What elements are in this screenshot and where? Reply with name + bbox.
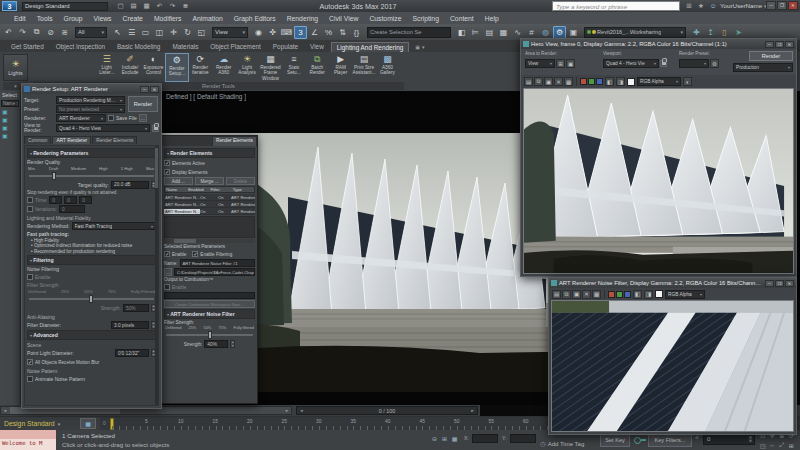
import-link-icon[interactable]: ↥ bbox=[704, 26, 717, 39]
substitute-icon[interactable]: ▯ bbox=[718, 26, 731, 39]
point-light-diameter-field[interactable]: 0'0 12/32" bbox=[115, 349, 149, 357]
alpha-channel-icon[interactable]: ◧ bbox=[605, 77, 614, 86]
chevron-down-icon[interactable]: ▾ bbox=[422, 44, 425, 50]
spinner-snap-icon[interactable]: ⇅ bbox=[336, 26, 349, 39]
ribbon-tab[interactable]: Object Placement bbox=[205, 42, 265, 52]
lock-view-icon[interactable] bbox=[152, 125, 159, 132]
redo-small-icon[interactable]: ↷ bbox=[167, 2, 178, 11]
workspace-dropdown[interactable]: Design Standard bbox=[22, 2, 108, 11]
select-move-icon[interactable]: ✛ bbox=[167, 26, 180, 39]
print-size-assistant-button[interactable]: ▤ Print Size Assistant... bbox=[352, 53, 375, 82]
display-elements-checkbox[interactable] bbox=[164, 169, 170, 175]
strength-field[interactable]: 50% bbox=[123, 304, 149, 312]
iterations-field[interactable]: 0 bbox=[59, 205, 85, 213]
edit-named-selections-icon[interactable]: {} bbox=[350, 26, 363, 39]
snaps-toggle-icon[interactable]: 3 bbox=[294, 26, 307, 39]
auto-region-icon[interactable]: ▣ bbox=[566, 59, 575, 68]
background-color-swatch[interactable] bbox=[627, 78, 635, 86]
schematic-view-icon[interactable]: # bbox=[525, 26, 538, 39]
menu-item[interactable]: Scripting bbox=[412, 15, 438, 22]
rollout-rendering-parameters[interactable]: Rendering Parameters bbox=[27, 148, 156, 158]
previous-key-icon[interactable]: « bbox=[695, 434, 699, 441]
noise-strength-field[interactable]: 40% bbox=[204, 340, 228, 348]
rendered-frame-icon[interactable]: ▣ bbox=[567, 26, 580, 39]
coord-x-field[interactable] bbox=[472, 434, 498, 443]
save-file-icon[interactable]: ▦ bbox=[141, 2, 152, 11]
viewport-dropdown[interactable]: Quad 4 - Hero Vie bbox=[603, 59, 659, 68]
close-button[interactable]: ✕ bbox=[785, 41, 794, 48]
render-mode-dropdown[interactable]: Production bbox=[733, 63, 793, 72]
menu-item[interactable]: Help bbox=[485, 15, 499, 22]
material-editor-icon[interactable]: ◍ bbox=[539, 26, 552, 39]
monochrome-icon[interactable]: ◨ bbox=[644, 290, 653, 299]
menu-item[interactable]: Content bbox=[450, 15, 474, 22]
menu-item[interactable]: Edit bbox=[14, 15, 26, 22]
clear-image-icon[interactable]: ✕ bbox=[554, 77, 563, 86]
menu-item[interactable]: Rendering bbox=[287, 15, 318, 22]
key-icon[interactable] bbox=[634, 436, 646, 444]
target-dropdown[interactable]: Production Rendering Mode bbox=[56, 96, 125, 104]
dialog-title-bar[interactable]: Render Setup: ART Renderer ─✕ bbox=[22, 84, 161, 94]
element-row[interactable]: ART Renderer N...On OnART Rendere... bbox=[164, 201, 255, 208]
angle-snap-icon[interactable]: ∠ bbox=[308, 26, 321, 39]
create-combustion-workspace-button[interactable]: Create Combustion Workspace Now ... bbox=[164, 300, 255, 308]
new-scene-icon[interactable]: ▢ bbox=[115, 2, 126, 11]
zoom-all-icon[interactable]: ⤢ bbox=[777, 441, 787, 450]
maximize-button[interactable]: ❐ bbox=[775, 280, 784, 287]
clear-image-icon[interactable]: ✕ bbox=[582, 290, 591, 299]
time-slider[interactable]: ◄ 0 / 100 ► bbox=[296, 406, 478, 415]
view-to-render-dropdown[interactable]: Quad 4 - Hero View bbox=[56, 124, 150, 132]
selection-filter-dropdown[interactable]: All bbox=[75, 27, 107, 38]
menu-item[interactable]: Modifiers bbox=[154, 15, 182, 22]
time-field[interactable]: 0 bbox=[79, 196, 92, 204]
batch-render-button[interactable]: ⧉ Batch Render bbox=[306, 53, 329, 82]
bind-to-spacewarp-icon[interactable]: ≋ bbox=[58, 26, 71, 39]
percent-snap-icon[interactable]: % bbox=[322, 26, 335, 39]
render-setup-icon[interactable]: ⚙ bbox=[553, 26, 566, 39]
search-input[interactable] bbox=[552, 1, 680, 11]
add-element-button[interactable]: Add ... bbox=[164, 177, 193, 185]
quality-slider[interactable] bbox=[29, 175, 154, 177]
merge-element-button[interactable]: Merge ... bbox=[195, 177, 224, 185]
iterations-checkbox[interactable] bbox=[27, 206, 33, 212]
green-channel-icon[interactable] bbox=[588, 78, 595, 85]
target-quality-field[interactable]: 20.0 dB bbox=[111, 181, 149, 189]
combustion-enable-checkbox[interactable] bbox=[164, 284, 170, 290]
unlink-selection-icon[interactable]: ⊘ bbox=[44, 26, 57, 39]
render-setup-button[interactable]: ⚙ Render Setup... bbox=[165, 53, 188, 82]
print-image-icon[interactable]: ▣ bbox=[572, 290, 581, 299]
3dsmax-logo-icon[interactable]: 3 bbox=[2, 1, 17, 11]
next-frame-icon[interactable]: ► bbox=[468, 408, 477, 413]
close-button[interactable]: ✕ bbox=[150, 86, 159, 93]
maximize-viewport-icon[interactable]: ⊞ bbox=[787, 441, 797, 450]
rollout-filtering[interactable]: Filtering bbox=[27, 255, 156, 265]
include-exclude-button[interactable]: ✐ Include/ Exclude bbox=[118, 53, 141, 82]
enable-filtering-checkbox[interactable] bbox=[192, 251, 198, 257]
ribbon-tab[interactable]: Lighting And Rendering bbox=[331, 42, 409, 52]
scene-explorer-item[interactable]: ▣ bbox=[0, 132, 20, 140]
element-row[interactable]: ART Renderer N...On OnART Rendere... bbox=[164, 208, 255, 215]
close-button[interactable]: ✕ bbox=[785, 280, 794, 287]
gamma-icon[interactable]: ◐ bbox=[683, 77, 692, 86]
close-button[interactable]: ✕ bbox=[788, 1, 798, 10]
window-crossing-icon[interactable]: ◫ bbox=[153, 26, 166, 39]
apps-icon[interactable]: ⊞ bbox=[684, 1, 694, 10]
light-lister-button[interactable]: ☰ Light Lister... bbox=[95, 53, 118, 82]
layer-manager-icon[interactable]: ▤ bbox=[483, 26, 496, 39]
element-enable-checkbox[interactable] bbox=[164, 251, 170, 257]
scroll-right-icon[interactable]: ► bbox=[283, 407, 291, 414]
time-field[interactable]: 0 bbox=[64, 196, 77, 204]
menu-item[interactable]: Group bbox=[64, 15, 83, 22]
element-row[interactable]: ART Renderer N...On OnART Rendere... bbox=[164, 194, 255, 201]
menu-item[interactable]: Tools bbox=[37, 15, 53, 22]
scene-explorer-item[interactable]: ▣ bbox=[0, 116, 20, 124]
minimize-button[interactable]: ─ bbox=[765, 41, 774, 48]
asset-tracking-icon[interactable]: ✚ bbox=[690, 26, 703, 39]
delete-element-button[interactable]: Delete bbox=[226, 177, 255, 185]
menu-item[interactable]: Graph Editors bbox=[234, 15, 276, 22]
ribbon-tab[interactable]: Basic Modeling bbox=[112, 42, 165, 52]
ribbon-tab[interactable]: Object Inspection bbox=[51, 42, 110, 52]
render-elements-tab[interactable]: Render Elements bbox=[212, 136, 257, 146]
a360-gallery-button[interactable]: ▩ A360 Gallery bbox=[376, 53, 399, 82]
channel-display-icon[interactable]: ▦ bbox=[592, 290, 601, 299]
